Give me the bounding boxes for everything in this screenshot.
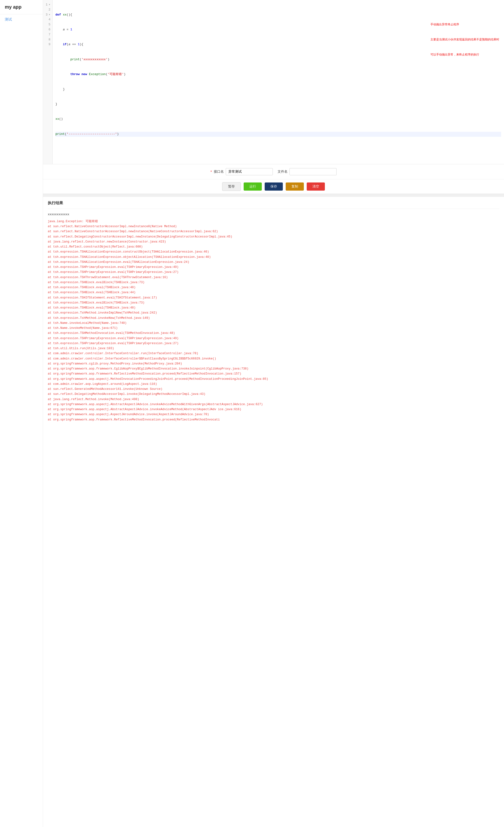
pause-button[interactable]: 暂存 xyxy=(222,182,241,191)
code-editor[interactable]: 1 2 3 4 5 6 7 8 9 def xx(){ a = 1 if(a =… xyxy=(43,0,504,164)
editor-section: 1 2 3 4 5 6 7 8 9 def xx(){ a = 1 if(a =… xyxy=(43,0,504,194)
results-title: 执行结果 xyxy=(48,201,499,209)
app-layout: my app 测试 1 2 3 4 5 6 7 8 9 xyxy=(0,0,504,827)
file-input[interactable] xyxy=(289,168,337,175)
required-star: * xyxy=(211,170,212,174)
copy-button[interactable]: 复制 xyxy=(286,183,304,191)
line-numbers: 1 2 3 4 5 6 7 8 9 xyxy=(43,0,53,164)
save-button[interactable]: 保存 xyxy=(265,183,283,191)
clear-button[interactable]: 清空 xyxy=(307,183,325,191)
main-content: 1 2 3 4 5 6 7 8 9 def xx(){ a = 1 if(a =… xyxy=(43,0,504,827)
file-field: 文件名 xyxy=(278,168,337,175)
sidebar-item-test[interactable]: 测试 xyxy=(0,14,43,25)
results-output: xxxxxxxxxxxxjava.lang.Exception: 可能有错 at… xyxy=(48,212,499,422)
annotation-line2: 主要是当测试小伙伴发现返回的结果不是预期的结果时 xyxy=(431,37,499,42)
results-section: 执行结果 xxxxxxxxxxxxjava.lang.Exception: 可能… xyxy=(43,197,504,827)
sidebar: my app 测试 xyxy=(0,0,43,827)
annotation-box: 手动抛出异常终止程序 主要是当测试小伙伴发现返回的结果不是预期的结果时 可以手动… xyxy=(431,12,499,67)
interface-input[interactable] xyxy=(226,168,273,175)
file-label: 文件名 xyxy=(278,169,288,174)
interface-field: * 接口名 xyxy=(211,168,273,175)
run-button[interactable]: 运行 xyxy=(244,183,262,191)
interface-label: 接口名 xyxy=(214,169,224,174)
form-section: * 接口名 文件名 xyxy=(43,164,504,179)
toolbar: 暂存 运行 保存 复制 清空 xyxy=(43,179,504,194)
annotation-line1: 手动抛出异常终止程序 xyxy=(431,22,499,27)
code-content[interactable]: def xx(){ a = 1 if(a == 1){ print('xxxxx… xyxy=(53,0,504,164)
annotation-line3: 可以手动抛出异常，来终止程序的执行 xyxy=(431,52,499,57)
app-title: my app xyxy=(0,0,43,14)
